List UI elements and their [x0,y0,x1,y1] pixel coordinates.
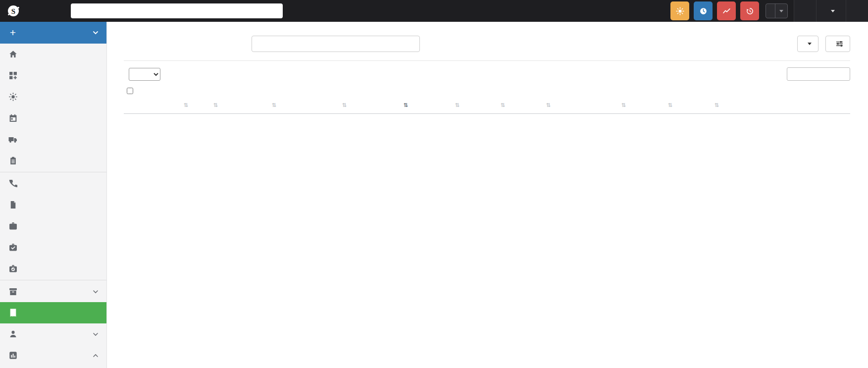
truck-icon [8,135,18,144]
col-invoice-age[interactable]: ⇅ [544,85,619,114]
time-clock-button[interactable] [694,1,713,20]
sidebar-item-completed-jobs[interactable] [0,237,106,258]
account-dropdown-caret[interactable] [775,4,787,18]
sidebar-item-clients[interactable] [0,323,106,345]
sidebar-divider [0,280,106,280]
sidebar: + [0,22,107,368]
global-search-input[interactable] [71,3,283,18]
brand-logo[interactable]: S [7,4,24,17]
help-menu[interactable] [816,0,846,22]
divider [124,60,850,61]
sidebar-item-leads[interactable] [0,173,106,194]
col-client[interactable]: ⇅ [269,85,340,114]
sidebar-item-approved-jobs[interactable] [0,258,106,279]
caret-down-icon [808,43,812,45]
archive-box-icon [8,287,18,296]
table-search-input[interactable] [787,67,850,81]
clipboard-icon [8,157,18,165]
sort-icon[interactable]: ⇅ [621,102,626,108]
clock-icon [699,7,708,15]
briefcase-check-icon [8,243,18,252]
sidebar-item-tasks[interactable] [0,150,106,171]
page-size-select[interactable] [129,68,160,81]
col-invoice-type[interactable]: ⇅ [453,85,498,114]
sort-icon-active[interactable]: ⇅ [404,102,408,108]
document-icon [8,201,18,209]
sort-icon[interactable]: ⇅ [501,102,505,108]
more-button[interactable] [797,36,818,52]
sidebar-item-purchases[interactable] [0,281,106,302]
history-icon [746,7,754,15]
briefcase-badge-icon [8,264,18,273]
sun-icon [8,93,18,101]
sidebar-create-button[interactable]: + [0,22,106,44]
top-navbar: S [0,0,868,22]
select-all-checkbox[interactable] [127,88,133,94]
sort-icon[interactable]: ⇅ [715,102,719,108]
col-row-tools [139,85,181,114]
col-invoice-total[interactable]: ⇅ [665,85,712,114]
bar-chart-icon [8,351,18,360]
main-content: ⇅ ⇅ ⇅ ⇅ ⇅ ⇅ ⇅ ⇅ ⇅ ⇅ ⇅ [107,22,868,368]
col-invoice-status[interactable]: ⇅ [401,85,453,114]
weather-button[interactable] [670,1,689,20]
sort-icon[interactable]: ⇅ [213,102,218,108]
col-visit-stage[interactable]: ⇅ [340,85,401,114]
chevron-down-icon [93,331,99,337]
sidebar-item-invoices[interactable] [0,302,106,323]
sidebar-item-home[interactable] [0,44,106,65]
chevron-down-icon [93,289,99,295]
sort-icon[interactable]: ⇅ [455,102,460,108]
briefcase-icon [8,222,18,230]
trend-line-icon [722,7,731,15]
home-icon [8,50,18,58]
sidebar-item-my-day[interactable] [0,86,106,107]
chevron-down-icon [93,30,99,36]
sort-icon[interactable]: ⇅ [668,102,672,108]
sidebar-item-route-planner[interactable] [0,129,106,150]
sort-icon[interactable]: ⇅ [184,102,188,108]
col-name[interactable]: ⇅ [211,85,269,114]
invoices-table: ⇅ ⇅ ⇅ ⇅ ⇅ ⇅ ⇅ ⇅ ⇅ ⇅ ⇅ [124,85,850,114]
filter-button[interactable] [825,36,850,52]
metrics-button[interactable] [717,1,736,20]
account-dropdown[interactable] [766,3,788,18]
singleops-logo-icon: S [7,4,20,17]
date-range-input[interactable] [252,36,420,52]
history-button[interactable] [740,1,759,20]
chevron-up-icon [93,353,99,359]
user-name-link[interactable] [794,0,816,22]
svg-text:S: S [11,7,15,15]
sun-icon [676,7,684,15]
table-header-row: ⇅ ⇅ ⇅ ⇅ ⇅ ⇅ ⇅ ⇅ ⇅ ⇅ ⇅ [124,85,850,114]
caret-down-icon [779,10,783,12]
calendar-icon [8,114,18,122]
sidebar-item-calendar[interactable] [0,107,106,129]
sidebar-item-reports[interactable] [0,345,106,366]
col-balance[interactable]: ⇅ [712,85,754,114]
plus-icon: + [8,27,18,39]
sidebar-item-active-jobs[interactable] [0,215,106,237]
col-select-all [124,85,139,114]
person-icon [8,330,18,338]
caret-down-icon [831,10,835,12]
phone-icon [8,179,18,188]
col-invoice-date[interactable]: ⇅ [498,85,544,114]
sort-icon[interactable]: ⇅ [272,102,276,108]
logout-link[interactable] [846,0,868,22]
col-last-date-sent[interactable]: ⇅ [619,85,665,114]
sidebar-item-proposals[interactable] [0,194,106,215]
col-actions [754,85,850,114]
sort-icon[interactable]: ⇅ [342,102,347,108]
filter-sliders-icon [836,40,843,48]
col-ref[interactable]: ⇅ [181,85,211,114]
sidebar-divider [0,172,106,172]
dashboard-icon [8,71,18,80]
sort-icon[interactable]: ⇅ [546,102,551,108]
sidebar-item-dashboard[interactable] [0,65,106,86]
receipt-icon [8,309,18,317]
